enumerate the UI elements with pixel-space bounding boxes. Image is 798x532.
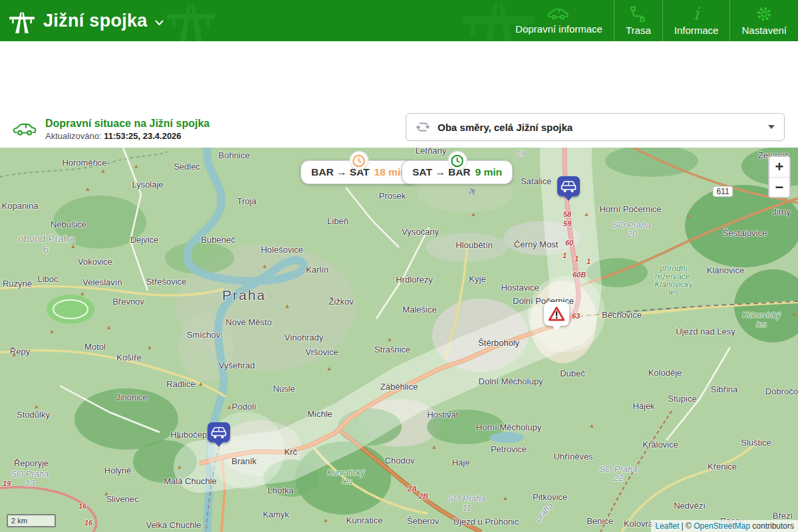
warning-triangle-icon [548, 306, 565, 322]
traffic-situation-title: Dopravní situace na Jižní spojka [45, 118, 209, 130]
travel-time-badge-bar-sat[interactable]: BAR → SAT 18 min [301, 160, 418, 184]
chevron-down-icon [155, 20, 164, 26]
clock-icon [448, 152, 466, 170]
traffic-camera-marker-north[interactable] [557, 176, 580, 196]
clock-icon [350, 152, 368, 170]
nav-label: Dopravní informace [515, 23, 602, 35]
loop-icon [416, 120, 430, 134]
traffic-map[interactable]: HoroměřiceSedlecBohniceLysolajeKopaninaN… [0, 148, 798, 532]
car-icon [548, 7, 571, 21]
nav-label: Nastavení [741, 25, 787, 36]
nav-label: Informace [674, 25, 719, 36]
map-base-layer [0, 148, 798, 532]
direction-filter-value: Oba směry, celá Jižní spojka [438, 122, 573, 133]
nav-label: Trasa [626, 25, 651, 36]
traffic-camera-marker-south[interactable] [207, 422, 230, 442]
updated-value: 11:53:25, 23.4.2026 [104, 131, 181, 141]
traffic-incident-warning-marker[interactable] [544, 302, 569, 326]
car-icon [210, 426, 227, 439]
nav-item-information[interactable]: i Informace [662, 0, 730, 41]
map-zoom-control: + − [768, 156, 791, 198]
route-icon [630, 5, 647, 23]
main-nav: Dopravní informace Trasa i Informace [504, 0, 798, 41]
traffic-situation-summary: Dopravní situace na Jižní spojka Aktuali… [13, 118, 209, 141]
attribution-suffix: contributors [750, 521, 794, 531]
nav-item-settings[interactable]: Nastavení [730, 0, 798, 41]
map-attribution: Leaflet | © OpenStreetMap contributors [651, 520, 798, 532]
updated-label: Aktualizováno: [45, 131, 102, 141]
car-icon [560, 180, 577, 193]
openstreetmap-link[interactable]: OpenStreetMap [694, 521, 750, 531]
map-scale-bar: 2 km [7, 514, 56, 527]
zoom-in-button[interactable]: + [769, 157, 789, 177]
updated-timestamp: Aktualizováno: 11:53:25, 23.4.2026 [45, 131, 209, 141]
brand-logo-motorway-icon [8, 8, 36, 33]
status-bar: Dopravní situace na Jižní spojka Aktuali… [0, 41, 798, 148]
brand-home-link[interactable]: Jižní spojka [0, 8, 164, 33]
nav-item-route[interactable]: Trasa [614, 0, 662, 41]
caret-down-icon [768, 125, 775, 129]
svg-text:i: i [694, 5, 700, 23]
nav-item-traffic-info[interactable]: Dopravní informace [504, 0, 614, 41]
leaflet-link[interactable]: Leaflet [655, 521, 679, 531]
app-header: Jižní spojka Dopravní informace [0, 0, 798, 41]
info-icon: i [688, 5, 705, 23]
travel-time-badge-sat-bar[interactable]: SAT → BAR 9 min [402, 160, 513, 184]
zoom-out-button[interactable]: − [769, 177, 789, 197]
page-title: Jižní spojka [43, 11, 148, 31]
gear-icon [755, 5, 773, 23]
header-watermark-motorway-icon [165, 0, 217, 41]
car-icon [13, 122, 39, 137]
direction-filter-select[interactable]: Oba směry, celá Jižní spojka [406, 113, 785, 141]
attribution-separator: | © [679, 521, 694, 531]
travel-time-duration: 9 min [475, 166, 502, 178]
